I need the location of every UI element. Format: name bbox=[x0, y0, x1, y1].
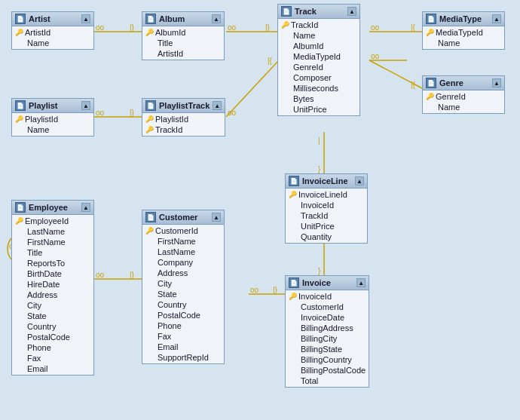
field-name: Name bbox=[293, 31, 315, 40]
field-row: Name bbox=[12, 124, 93, 135]
field-name: Address bbox=[158, 268, 188, 277]
field-row: Title bbox=[142, 38, 224, 48]
field-name: Title bbox=[27, 248, 42, 257]
table-icon: 📄 bbox=[289, 277, 299, 288]
field-name: Email bbox=[158, 342, 179, 351]
field-name: Fax bbox=[158, 332, 171, 341]
field-row: State bbox=[12, 311, 93, 321]
table-header-employee[interactable]: 📄Employee▲ bbox=[12, 201, 93, 215]
field-name: AlbumId bbox=[293, 41, 323, 51]
collapse-button[interactable]: ▲ bbox=[492, 78, 501, 87]
field-name: Milliseconds bbox=[293, 84, 338, 93]
field-name: City bbox=[27, 301, 41, 310]
field-row: ReportsTo bbox=[12, 258, 93, 268]
field-row: 🔑TrackId bbox=[142, 124, 225, 135]
field-row: TrackId bbox=[286, 210, 367, 221]
table-header-playlisttrack[interactable]: 📄PlaylistTrack▲ bbox=[142, 99, 225, 113]
svg-text:oo: oo bbox=[96, 109, 105, 117]
svg-text:oo: oo bbox=[96, 23, 105, 32]
field-row: Country bbox=[142, 299, 224, 310]
collapse-button[interactable]: ▲ bbox=[356, 278, 366, 287]
field-name: TrackId bbox=[301, 211, 328, 220]
table-header-album[interactable]: 📄Album▲ bbox=[142, 12, 224, 26]
field-name: PlaylistId bbox=[155, 115, 188, 124]
field-name: FirstName bbox=[27, 238, 66, 247]
table-header-artist[interactable]: 📄Artist▲ bbox=[12, 12, 93, 26]
field-name: BillingState bbox=[301, 345, 342, 354]
svg-text:oo: oo bbox=[371, 52, 380, 60]
primary-key-icon: 🔑 bbox=[15, 115, 23, 123]
svg-text:|}: |} bbox=[130, 109, 135, 117]
table-title: Customer bbox=[159, 213, 197, 222]
field-name: LastName bbox=[158, 247, 195, 256]
table-header-customer[interactable]: 📄Customer▲ bbox=[142, 210, 224, 225]
field-name: Name bbox=[27, 38, 49, 48]
field-name: Quantity bbox=[301, 232, 332, 241]
field-row: Quantity bbox=[286, 231, 367, 242]
table-mediatype: 📄MediaType▲🔑MediaTypeIdName bbox=[422, 11, 505, 50]
table-header-mediatype[interactable]: 📄MediaType▲ bbox=[423, 12, 504, 26]
field-row: LastName bbox=[12, 226, 93, 237]
field-row: UnitPrice bbox=[286, 221, 367, 231]
table-header-playlist[interactable]: 📄Playlist▲ bbox=[12, 99, 93, 113]
field-name: ArtistId bbox=[158, 49, 183, 58]
erd-canvas: oo |} oo |} oo |{ oo |{ oo |} oo |{ | } … bbox=[0, 0, 520, 420]
collapse-button[interactable]: ▲ bbox=[81, 14, 90, 23]
table-header-invoice[interactable]: 📄Invoice▲ bbox=[286, 276, 369, 290]
field-name: BillingCountry bbox=[301, 355, 352, 364]
table-header-genre[interactable]: 📄Genre▲ bbox=[423, 76, 504, 90]
table-title: Artist bbox=[29, 14, 50, 23]
svg-text:|{: |{ bbox=[268, 57, 273, 65]
field-row: GenreId bbox=[278, 62, 359, 72]
collapse-button[interactable]: ▲ bbox=[81, 203, 90, 212]
field-name: HireDate bbox=[27, 280, 60, 289]
field-row: MediaTypeId bbox=[278, 51, 359, 62]
field-name: UnitPrice bbox=[293, 105, 327, 114]
table-track: 📄Track▲🔑TrackIdNameAlbumIdMediaTypeIdGen… bbox=[277, 4, 360, 116]
field-name: InvoiceLineId bbox=[298, 190, 347, 199]
field-row: Email bbox=[142, 342, 224, 352]
field-row: 🔑PlaylistId bbox=[12, 114, 93, 124]
field-row: FirstName bbox=[12, 237, 93, 247]
collapse-button[interactable]: ▲ bbox=[213, 101, 222, 110]
field-name: City bbox=[158, 279, 172, 288]
collapse-button[interactable]: ▲ bbox=[492, 14, 501, 23]
field-row: Bytes bbox=[278, 94, 359, 104]
field-row: Milliseconds bbox=[278, 83, 359, 94]
table-playlist: 📄Playlist▲🔑PlaylistIdName bbox=[11, 98, 94, 136]
table-body: 🔑GenreIdName bbox=[423, 90, 504, 113]
field-name: MediaTypeId bbox=[293, 52, 341, 61]
primary-key-icon: 🔑 bbox=[289, 293, 296, 300]
table-title: Invoice bbox=[302, 278, 331, 287]
svg-text:|}: |} bbox=[265, 23, 271, 32]
table-icon: 📄 bbox=[426, 78, 436, 88]
field-name: Address bbox=[27, 290, 57, 299]
primary-key-icon: 🔑 bbox=[145, 227, 153, 235]
field-row: 🔑GenreId bbox=[423, 91, 504, 102]
collapse-button[interactable]: ▲ bbox=[81, 101, 90, 110]
table-employee: 📄Employee▲🔑EmployeeIdLastNameFirstNameTi… bbox=[11, 200, 94, 376]
primary-key-icon: 🔑 bbox=[15, 29, 23, 36]
table-body: 🔑TrackIdNameAlbumIdMediaTypeIdGenreIdCom… bbox=[278, 19, 359, 115]
field-row: InvoiceId bbox=[286, 200, 367, 210]
field-name: UnitPrice bbox=[301, 222, 335, 231]
table-icon: 📄 bbox=[145, 14, 156, 24]
primary-key-icon: 🔑 bbox=[426, 93, 433, 100]
table-playlisttrack: 📄PlaylistTrack▲🔑PlaylistId🔑TrackId bbox=[142, 98, 225, 136]
collapse-button[interactable]: ▲ bbox=[212, 213, 221, 222]
collapse-button[interactable]: ▲ bbox=[355, 176, 364, 185]
field-name: InvoiceDate bbox=[301, 313, 344, 322]
field-row: BillingCity bbox=[286, 333, 369, 344]
field-name: ArtistId bbox=[25, 28, 50, 37]
field-row: 🔑TrackId bbox=[278, 20, 359, 30]
collapse-button[interactable]: ▲ bbox=[347, 7, 356, 16]
field-row: Fax bbox=[142, 331, 224, 342]
field-row: CustomerId bbox=[286, 302, 369, 312]
collapse-button[interactable]: ▲ bbox=[212, 14, 221, 23]
field-name: FirstName bbox=[158, 237, 196, 246]
table-header-track[interactable]: 📄Track▲ bbox=[278, 5, 359, 19]
field-name: BillingCity bbox=[301, 334, 337, 343]
field-row: Name bbox=[423, 38, 504, 48]
table-icon: 📄 bbox=[145, 212, 156, 222]
table-header-invoiceline[interactable]: 📄InvoiceLine▲ bbox=[286, 174, 367, 189]
